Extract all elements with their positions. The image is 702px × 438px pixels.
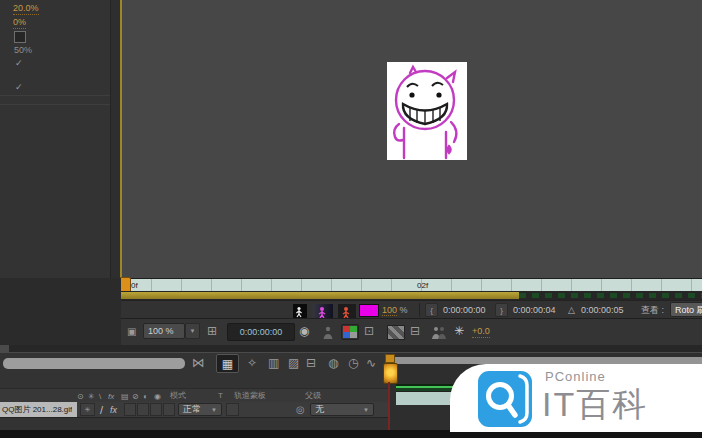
parent-pickwhip-icon[interactable]: ◎ xyxy=(296,403,305,417)
chevron-down-icon: ▼ xyxy=(211,407,217,413)
chevron-down-icon: ▼ xyxy=(190,328,196,334)
walking-person-icon xyxy=(293,306,305,318)
view-select-value: Roto 刷 xyxy=(675,304,702,316)
show-channel-button[interactable] xyxy=(341,324,359,340)
property-value-2[interactable]: 0% xyxy=(13,16,26,29)
chevron-down-icon: ▼ xyxy=(363,407,369,413)
timeline-scrollbar[interactable] xyxy=(3,358,185,369)
quality-switch[interactable]: ✳ xyxy=(80,403,95,416)
mini-flowchart-button[interactable]: ⋈ xyxy=(192,356,205,370)
view-label: 查看 : xyxy=(641,304,664,316)
effects-switch-icon[interactable]: fx xyxy=(110,403,117,417)
resolution-button[interactable]: ⊡ xyxy=(364,324,374,338)
switch-cell[interactable] xyxy=(150,403,162,416)
alpha-boundary-icon xyxy=(313,306,331,318)
shy-layers-button[interactable]: ▥ xyxy=(268,356,279,370)
grid-icon: ▦ xyxy=(222,357,233,371)
duration-delta-glyph: △ xyxy=(568,304,575,316)
timeline-ruler[interactable] xyxy=(390,357,702,364)
view-layout-icon[interactable]: ▣ xyxy=(127,325,136,339)
cartoon-character-image xyxy=(387,62,467,160)
mode-column-header[interactable]: 模式 xyxy=(170,390,186,402)
switch-cell[interactable] xyxy=(124,403,136,416)
parent-column-header[interactable]: 父级 xyxy=(305,390,321,402)
roto-out-time[interactable]: 0:00:00:04 xyxy=(513,304,556,316)
current-time-field[interactable]: 0:00:00:00 xyxy=(227,323,295,341)
in-bracket-button[interactable]: { xyxy=(425,303,438,317)
quality-slash-icon[interactable]: / xyxy=(100,403,103,417)
pixel-aspect-button[interactable] xyxy=(431,325,447,343)
property-checkmark-1[interactable]: ✓ xyxy=(15,57,23,69)
work-area-start-handle[interactable] xyxy=(385,354,395,363)
switch-cell[interactable] xyxy=(137,403,149,416)
safe-zones-button[interactable]: ⊞ xyxy=(207,324,217,338)
layer-row[interactable]: QQ图片 201...28.gif ✳ / fx 正常 ▼ ◎ 无 ▼ xyxy=(0,402,388,418)
out-bracket-button[interactable]: } xyxy=(495,303,508,317)
frame-blend-button[interactable]: ▨ xyxy=(288,356,299,370)
roto-brush-bar: 100 % { 0:00:00:00 } 0:00:00:04 △ 0:00:0… xyxy=(121,300,702,319)
show-snapshot-button[interactable] xyxy=(321,325,335,343)
blend-mode-select[interactable]: 正常 ▼ xyxy=(178,403,222,416)
panel-gap xyxy=(0,345,702,352)
column-header-row: ⊙ ✳ \ fx ▤ ⊘ ◐ ◉ 模式 T 轨道蒙板 父级 xyxy=(0,388,388,403)
toggle-alpha-button[interactable] xyxy=(292,303,308,319)
overlay-opacity-value[interactable]: 100 xyxy=(382,305,397,316)
motion-blur-button[interactable]: ⊟ xyxy=(306,356,316,370)
people-icon xyxy=(431,326,447,339)
toggle-alpha-overlay-button[interactable] xyxy=(337,303,357,319)
roto-separator xyxy=(419,303,420,317)
magnification-select[interactable]: 100 % xyxy=(143,323,185,339)
brainstorm-button[interactable]: ◍ xyxy=(328,356,338,370)
parent-select[interactable]: 无 ▼ xyxy=(310,403,374,416)
watermark-card: PConline IT百科 xyxy=(450,364,702,432)
exposure-value[interactable]: +0.0 xyxy=(472,325,490,338)
parent-value: 无 xyxy=(315,403,324,416)
live-update-button[interactable]: ▦ xyxy=(216,354,239,373)
render-progress-track xyxy=(121,291,702,300)
trkmat-cell[interactable] xyxy=(226,403,239,416)
viewer-time-ruler[interactable]: 0f 02f xyxy=(121,278,702,292)
track-matte-header[interactable]: 轨道蒙板 xyxy=(234,390,266,402)
watermark-brand: PConline xyxy=(545,369,606,384)
layer-name-cell[interactable]: QQ图片 201...28.gif xyxy=(0,402,77,417)
snapshot-button[interactable]: ◉ xyxy=(299,324,309,338)
property-value-1[interactable]: 20.0% xyxy=(13,2,39,15)
graph-editor-button[interactable]: ∿ xyxy=(366,356,376,370)
row-divider xyxy=(0,104,110,105)
in-bracket-glyph: { xyxy=(430,306,433,315)
watermark-logo xyxy=(478,371,532,431)
person-icon xyxy=(321,326,335,339)
magnification-arrow-button[interactable]: ▼ xyxy=(185,323,200,339)
property-checkmark-2[interactable]: ✓ xyxy=(15,81,23,93)
after-effects-window: { "colors": { "accent_orange": "#c79a45"… xyxy=(0,0,702,438)
viewer-toolbar: ▣ 100 % ▼ ⊞ 0:00:00:00 ◉ ⊡ ⊟ ✳ +0.0 xyxy=(121,318,702,347)
auto-keyframe-button[interactable]: ◷ xyxy=(348,356,358,370)
toggle-alpha-boundary-button[interactable] xyxy=(312,303,334,319)
out-bracket-glyph: } xyxy=(500,306,503,315)
current-time-value: 0:00:00:00 xyxy=(240,326,283,338)
footage-frame[interactable] xyxy=(387,62,467,160)
trkmat-t-header[interactable]: T xyxy=(218,390,223,402)
watermark-title: IT百科 xyxy=(542,384,648,424)
draft-3d-button[interactable]: ✧ xyxy=(247,356,257,370)
alpha-overlay-icon xyxy=(338,306,354,318)
roto-in-time[interactable]: 0:00:00:00 xyxy=(443,304,486,316)
time-indicator-line[interactable] xyxy=(120,0,122,278)
overlay-color-swatch[interactable] xyxy=(359,304,379,317)
row-divider xyxy=(0,95,110,96)
render-progress-pending xyxy=(519,293,702,298)
quality-icon: ✳ xyxy=(85,403,91,417)
property-value-3[interactable]: 50% xyxy=(14,44,32,56)
view-select[interactable]: Roto 刷 xyxy=(670,302,702,317)
exposure-button[interactable]: ✳ xyxy=(454,324,464,338)
layer-name: QQ图片 201...28.gif xyxy=(0,404,72,415)
transparency-grid-button[interactable] xyxy=(387,325,405,340)
blend-mode-value: 正常 xyxy=(183,403,201,416)
property-checkbox[interactable] xyxy=(14,31,26,43)
timeline-time-indicator-head[interactable] xyxy=(383,363,398,384)
render-progress-bar xyxy=(121,292,519,299)
overlay-opacity-percent: % xyxy=(400,305,408,315)
region-of-interest-button[interactable]: ⊟ xyxy=(410,324,420,338)
switch-cell[interactable] xyxy=(163,403,175,416)
left-bottom-fill xyxy=(0,278,121,345)
